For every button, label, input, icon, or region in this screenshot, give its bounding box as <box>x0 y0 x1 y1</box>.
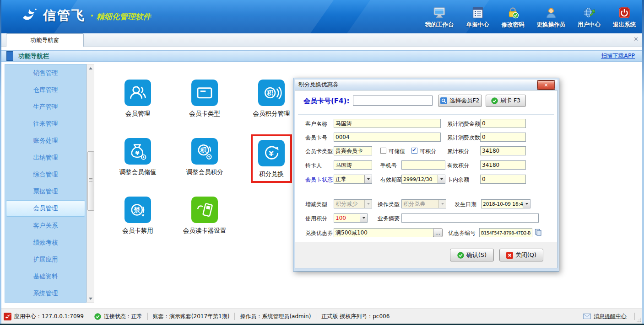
valid-points-input[interactable] <box>480 160 526 170</box>
sidebar-item[interactable]: 系统管理 <box>5 285 86 302</box>
valid-until-datepicker[interactable]: 2999/12/30 <box>401 175 445 184</box>
use-points-select[interactable]: 100 <box>334 213 368 223</box>
tab-function-navigation[interactable]: 功能导航窗 <box>6 33 84 47</box>
separator <box>298 114 554 115</box>
select-member-button[interactable]: 选择会员F2 <box>438 95 482 107</box>
copy-icon[interactable] <box>535 229 542 238</box>
phone-label: 手机号 <box>380 162 397 170</box>
dialog-titlebar[interactable]: 积分兑换优惠券 <box>295 80 557 90</box>
sidebar-item[interactable]: 绩效考核 <box>5 234 86 251</box>
toolbar-workbench[interactable]: 我的工作台 <box>425 6 454 29</box>
swipe-card-button[interactable]: 刷卡 F3 <box>486 95 526 107</box>
check-circle-icon <box>94 313 101 320</box>
dialog-close-button[interactable]: ✕ <box>537 80 555 90</box>
app-tile-label: 调整会员积分 <box>186 168 223 176</box>
adjust-stored-value-icon: ¥ <box>124 138 151 165</box>
sidebar-item[interactable]: 账务处理 <box>5 132 86 149</box>
exchange-coupon-input[interactable] <box>334 228 433 237</box>
card-status-label: 会员卡状态 <box>305 176 333 184</box>
holder-input[interactable] <box>334 160 372 170</box>
app-tile-inner[interactable]: 积调整会员积分 <box>183 134 227 178</box>
points-enabled-checkbox-label: 可积分 <box>420 148 436 155</box>
app-tile[interactable]: 会员卡类型 <box>171 76 238 134</box>
coupon-no-input[interactable] <box>479 228 532 237</box>
app-tile-label: 会员管理 <box>125 110 150 118</box>
app-logo: 信管飞 · 精细化管理软件 <box>19 5 151 26</box>
close-button[interactable]: 关闭(Q) <box>499 249 543 261</box>
status-connection: 连接状态：正常 <box>94 313 142 320</box>
app-tile[interactable]: 积调整会员积分 <box>171 134 238 193</box>
app-tile[interactable]: ¥调整会员储值 <box>104 134 171 193</box>
dropdown-arrow-icon[interactable] <box>364 175 372 183</box>
status-license: 正式版 授权序列号：pc006 <box>321 313 390 320</box>
close-icon[interactable]: ✕ <box>633 36 639 42</box>
summary-label: 业务摘要 <box>378 215 400 223</box>
toolbar-user-center[interactable]: 用户中心 <box>578 6 601 29</box>
confirm-button[interactable]: 确认(S) <box>450 249 494 261</box>
sidebar-item[interactable]: 综合管理 <box>5 166 86 183</box>
status-message-center[interactable]: 消息提醒中心 <box>583 313 644 320</box>
app-tile-inner[interactable]: 积会员积分管理 <box>249 76 294 120</box>
toolbar-exit-system[interactable]: 退出系统 <box>613 6 636 29</box>
sidebar-item[interactable]: 销售管理 <box>5 64 86 81</box>
points-exchange-coupon-dialog: 积分兑换优惠券 ✕ 会员卡号(F4): 选择会员F2 刷卡 F3 客户名称 累计… <box>293 78 559 272</box>
sidebar-item[interactable]: 生产管理 <box>5 98 86 115</box>
points-enabled-checkbox[interactable] <box>411 148 417 154</box>
app-tile[interactable]: 会员读卡器设置 <box>171 193 238 251</box>
dropdown-arrow-icon[interactable] <box>438 175 445 183</box>
card-type-label: 会员卡类型 <box>305 148 333 155</box>
app-tile-inner[interactable]: 会员管理 <box>121 76 155 120</box>
occur-date-picker[interactable]: 2018-10-09 16:48 <box>481 199 530 208</box>
dropdown-arrow-icon[interactable] <box>523 200 530 208</box>
download-app-link[interactable]: 扫描下载APP <box>601 52 635 60</box>
dropdown-arrow-icon[interactable] <box>360 214 367 222</box>
customer-name-input[interactable] <box>334 119 441 128</box>
adjust-type-select: 积分减少 <box>334 199 372 208</box>
sidebar-item[interactable]: 客户关系 <box>5 217 86 234</box>
phone-input[interactable] <box>401 160 445 170</box>
app-tile-inner[interactable]: ¥积分兑换 <box>251 134 292 183</box>
summary-input[interactable] <box>401 213 539 223</box>
red-x-icon <box>506 252 513 259</box>
sidebar-item[interactable]: 基础资料 <box>5 268 86 285</box>
toolbar-label: 我的工作台 <box>425 21 454 29</box>
app-tile-inner[interactable]: 会员卡类型 <box>185 76 224 120</box>
balance-input[interactable] <box>480 175 526 184</box>
scroll-down-icon[interactable] <box>87 295 94 302</box>
app-tile[interactable]: 禁会员卡禁用 <box>104 193 171 251</box>
function-nav-bar: 功能导航栏 扫描下载APP <box>1 50 642 62</box>
sidebar-item[interactable]: 仓库管理 <box>5 81 86 98</box>
card-reader-icon <box>191 197 218 223</box>
sidebar-item[interactable]: 扩展应用 <box>5 251 86 268</box>
member-card-icon <box>191 80 218 106</box>
cumulative-count-input[interactable] <box>480 133 526 142</box>
sidebar-scrollbar[interactable] <box>87 64 94 303</box>
sidebar-item[interactable]: 票据管理 <box>5 183 86 200</box>
card-type-input[interactable] <box>334 146 372 155</box>
resize-grip-icon[interactable] <box>637 318 641 322</box>
app-tile-inner[interactable]: 会员读卡器设置 <box>179 193 230 237</box>
scroll-up-icon[interactable] <box>87 64 94 72</box>
cumulative-amount-label: 累计消费金额 <box>447 120 480 128</box>
card-status-select[interactable]: 正常 <box>334 175 372 184</box>
dropdown-arrow-icon <box>364 200 372 208</box>
app-tile-inner[interactable]: 禁会员卡禁用 <box>119 193 157 237</box>
sidebar-item[interactable]: 往来管理 <box>5 115 86 132</box>
toolbar-doc-center[interactable]: 单据中心 <box>466 6 489 29</box>
scrollbar-thumb[interactable] <box>87 151 94 211</box>
app-tile-inner[interactable]: ¥调整会员储值 <box>116 134 160 178</box>
sidebar-item-selected[interactable]: 会员管理 <box>6 200 85 217</box>
toolbar-change-password[interactable]: 修改密码 <box>502 6 525 29</box>
coupon-browse-button[interactable]: … <box>433 228 443 237</box>
storable-checkbox[interactable] <box>380 148 386 154</box>
divider <box>634 313 635 320</box>
app-tile[interactable]: 会员管理 <box>104 76 171 134</box>
sidebar-item[interactable]: 出纳管理 <box>5 149 86 166</box>
member-card-no-query-input[interactable] <box>353 96 433 106</box>
cumulative-points-input[interactable] <box>480 146 526 155</box>
cumulative-amount-input[interactable] <box>480 119 526 128</box>
toolbar-switch-operator[interactable]: 更换操作员 <box>537 6 566 29</box>
card-no-input[interactable] <box>334 133 441 142</box>
toolbar-label: 更换操作员 <box>537 21 566 29</box>
logo-separator: · <box>90 10 94 21</box>
